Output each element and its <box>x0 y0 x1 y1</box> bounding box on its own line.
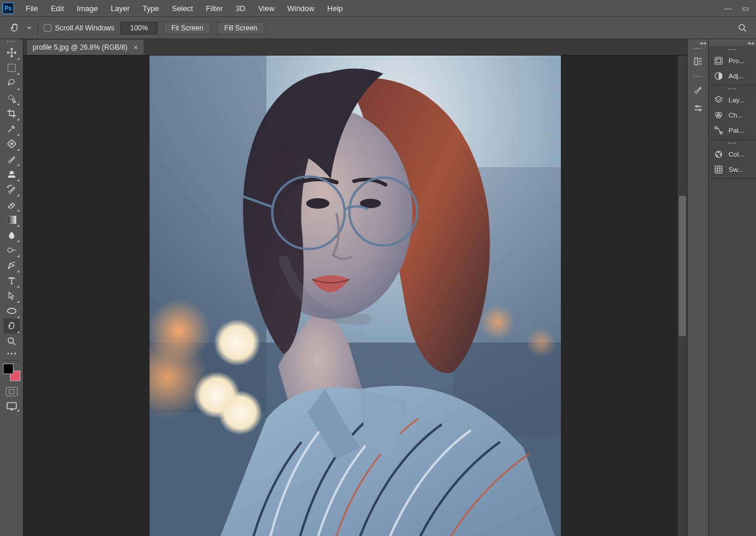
search-icon[interactable] <box>737 23 748 33</box>
vertical-scrollbar[interactable] <box>678 56 687 536</box>
layers-icon <box>713 95 724 105</box>
svg-point-0 <box>739 25 744 30</box>
zoom-level-field[interactable]: 100% <box>120 22 158 34</box>
svg-rect-31 <box>715 57 722 64</box>
collapsed-panel-dock-right: ◂◂ Pro... Adj... Lay... Ch... <box>708 39 756 536</box>
brushes-panel-icon[interactable] <box>690 81 706 98</box>
scroll-all-windows-checkbox[interactable]: Scroll All Windows <box>44 24 115 32</box>
dock-grip[interactable] <box>709 47 756 53</box>
menu-edit[interactable]: Edit <box>45 2 70 15</box>
svg-rect-28 <box>695 58 698 65</box>
properties-icon <box>713 56 724 66</box>
window-restore-button[interactable]: ▭ <box>737 2 754 14</box>
document-area: profile 5.jpg @ 26.8% (RGB/8) × <box>23 39 687 536</box>
history-brush-tool[interactable] <box>4 182 20 197</box>
svg-point-41 <box>720 154 721 155</box>
properties-panel-tab[interactable]: Pro... <box>709 53 756 68</box>
menu-file[interactable]: File <box>20 2 44 15</box>
eraser-tool[interactable] <box>4 197 20 212</box>
current-tool-hand-icon[interactable] <box>8 22 21 34</box>
svg-rect-1 <box>8 64 15 72</box>
menu-select[interactable]: Select <box>166 2 199 15</box>
color-icon <box>713 149 724 160</box>
scrollbar-thumb[interactable] <box>679 196 686 336</box>
channels-panel-tab[interactable]: Ch... <box>709 108 756 123</box>
quick-selection-tool[interactable] <box>4 91 20 106</box>
path-selection-tool[interactable] <box>4 288 20 303</box>
blur-tool[interactable] <box>4 227 20 243</box>
gradient-tool[interactable] <box>4 212 20 227</box>
separator <box>37 20 38 36</box>
layers-panel-tab[interactable]: Lay... <box>709 92 756 108</box>
hand-tool[interactable] <box>4 319 20 334</box>
eyedropper-tool[interactable] <box>4 121 20 136</box>
document-tab-title: profile 5.jpg @ 26.8% (RGB/8) <box>33 43 127 51</box>
type-tool[interactable] <box>4 273 20 288</box>
svg-rect-43 <box>715 166 722 173</box>
expand-dock-icon[interactable]: ◂◂ <box>709 39 756 46</box>
dock-grip[interactable] <box>688 74 708 80</box>
svg-point-20 <box>218 390 262 435</box>
paths-panel-tab[interactable]: Pat... <box>709 123 756 138</box>
adjustments-panel-tab[interactable]: Adj... <box>709 68 756 84</box>
svg-point-22 <box>526 327 556 358</box>
menu-3d[interactable]: 3D <box>230 2 251 15</box>
color-panel-tab[interactable]: Col... <box>709 147 756 162</box>
zoom-tool[interactable] <box>4 334 20 349</box>
foreground-color-swatch[interactable] <box>3 364 13 374</box>
shape-tool[interactable] <box>4 303 20 319</box>
toolbox <box>0 39 23 536</box>
pen-tool[interactable] <box>4 258 20 273</box>
edit-toolbar-button[interactable] <box>4 349 20 358</box>
expand-dock-icon[interactable]: ◂◂ <box>688 39 708 46</box>
menu-view[interactable]: View <box>252 2 280 15</box>
panel-group-3: Col... Sw... <box>709 140 756 179</box>
marquee-tool[interactable] <box>4 60 20 75</box>
svg-point-2 <box>8 95 13 100</box>
svg-point-24 <box>306 198 330 209</box>
swatches-icon <box>713 164 724 175</box>
svg-point-21 <box>480 305 515 340</box>
brush-settings-panel-icon[interactable] <box>690 100 706 116</box>
dock-grip[interactable] <box>709 87 756 92</box>
tool-preset-dropdown-icon[interactable] <box>27 26 32 30</box>
close-tab-icon[interactable]: × <box>133 43 138 51</box>
crop-tool[interactable] <box>4 106 20 121</box>
healing-brush-tool[interactable] <box>4 136 20 151</box>
menu-image[interactable]: Image <box>71 2 103 15</box>
adjustments-icon <box>713 71 724 81</box>
menu-filter[interactable]: Filter <box>200 2 228 15</box>
dock-grip[interactable] <box>688 46 708 52</box>
svg-point-9 <box>11 353 12 355</box>
quick-mask-toggle[interactable] <box>6 387 18 396</box>
color-swatches[interactable] <box>3 364 20 381</box>
lasso-tool[interactable] <box>4 75 20 91</box>
menu-layer[interactable]: Layer <box>105 2 136 15</box>
menu-type[interactable]: Type <box>137 2 165 15</box>
svg-point-8 <box>7 353 9 355</box>
canvas[interactable] <box>23 56 687 536</box>
screen-mode-button[interactable] <box>5 401 18 411</box>
panel-label: Sw... <box>729 166 743 173</box>
panel-label: Ch... <box>729 112 743 119</box>
move-tool[interactable] <box>4 45 20 60</box>
clone-stamp-tool[interactable] <box>4 167 20 182</box>
brush-tool[interactable] <box>4 151 20 167</box>
app-logo-icon: Ps <box>2 2 14 14</box>
fill-screen-button[interactable]: Fill Screen <box>217 22 265 34</box>
history-panel-icon[interactable] <box>690 53 706 70</box>
window-controls: — ▭ <box>720 2 754 14</box>
svg-rect-4 <box>7 216 16 224</box>
toolbox-grip[interactable] <box>7 39 16 45</box>
panel-label: Col... <box>729 151 744 158</box>
paths-icon <box>713 125 724 136</box>
dock-grip[interactable] <box>709 141 756 147</box>
menu-help[interactable]: Help <box>321 2 349 15</box>
menu-window[interactable]: Window <box>282 2 320 15</box>
document-tab[interactable]: profile 5.jpg @ 26.8% (RGB/8) × <box>27 40 144 55</box>
fit-screen-button[interactable]: Fit Screen <box>164 22 211 34</box>
dodge-tool[interactable] <box>4 243 20 258</box>
swatches-panel-tab[interactable]: Sw... <box>709 162 756 177</box>
panel-group-2: Lay... Ch... Pat... <box>709 85 756 140</box>
window-minimize-button[interactable]: — <box>720 2 736 14</box>
